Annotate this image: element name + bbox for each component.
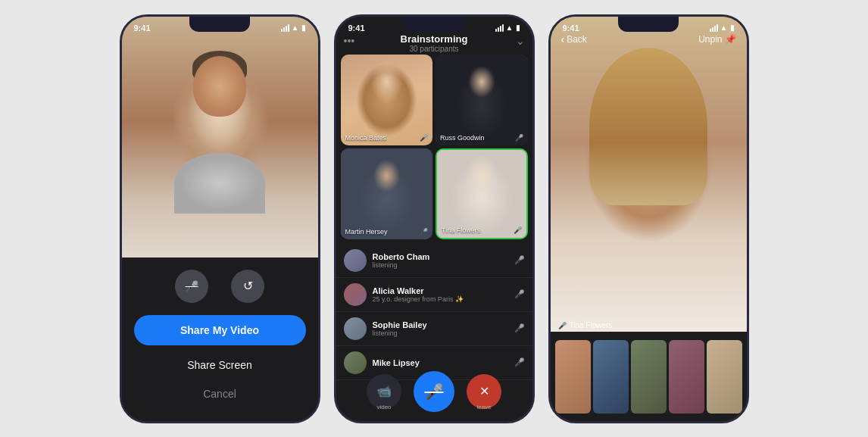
phone1-bottom: 🎤 ↺ Share My Video Share Screen Cancel (122, 258, 318, 421)
person-head (193, 56, 246, 117)
time-3: 9:41 (563, 23, 579, 33)
status-icons-1: ▲ ▮ (281, 23, 306, 32)
participants-list: Roberto Cham listening 🎤 Alicia Walker 2… (336, 244, 532, 380)
participant-roberto[interactable]: Roberto Cham listening 🎤 (336, 244, 532, 278)
video-cell-russ[interactable]: Russ Goodwin 🎤 (436, 55, 528, 145)
battery-icon: ▮ (301, 23, 306, 32)
mic-overlay-icon: 🎤 (558, 322, 567, 329)
flip-camera-button[interactable]: ↺ (231, 270, 264, 303)
signal-icon-3 (710, 24, 718, 32)
participant-status-sophie: listening (373, 329, 514, 337)
avatar-alicia (344, 283, 367, 306)
mute-icon: 🎤 (186, 280, 198, 292)
avatar-sophie (344, 317, 367, 340)
phone1-content: 🎤 ↺ Share My Video Share Screen Cancel (122, 17, 318, 421)
phone3-content: ‹ Back Unpin 📌 🎤 Tina Flowers (551, 17, 747, 421)
video-cell-monica[interactable]: Monica Bates 🎤 (341, 55, 433, 145)
participant-info-mike: Mike Lipsey (373, 358, 514, 367)
vid-name-martin: Martin Hersey (345, 228, 388, 236)
video-grid: Monica Bates 🎤 Russ Goodwin 🎤 Martin Her… (341, 55, 528, 239)
leave-container: ✕ leave (467, 374, 501, 409)
participant-alicia[interactable]: Alicia Walker 25 y.o. designer from Pari… (336, 278, 532, 312)
vid-mic-tina: 🎤 (514, 226, 522, 234)
pinned-name-overlay: 🎤 Tina Flowers (558, 321, 613, 329)
vid-mic-martin: 🎤 (420, 228, 428, 236)
signal-icon (281, 24, 289, 32)
participant-info-roberto: Roberto Cham listening (373, 252, 514, 269)
mute-main-icon: 🎤 (425, 382, 444, 401)
video-off-icon: 📹 (376, 384, 392, 398)
battery-icon-2: ▮ (516, 23, 520, 32)
mute-button[interactable]: 🎤 (175, 270, 208, 303)
participant-info-sophie: Sophie Bailey listening (373, 320, 514, 337)
share-screen-button[interactable]: Share Screen (134, 351, 306, 379)
mic-icon-sophie: 🎤 (514, 323, 525, 333)
time-2: 9:41 (348, 23, 365, 33)
signal-icon-2 (495, 24, 504, 32)
avatar-roberto (344, 249, 367, 272)
status-icons-2: ▲ ▮ (495, 23, 520, 32)
phone-1: 9:41 ▲ ▮ 🎤 ↺ (120, 14, 320, 423)
participant-sophie[interactable]: Sophie Bailey listening 🎤 (336, 312, 532, 346)
phone3-hair (589, 48, 707, 205)
video-label: video (376, 404, 391, 410)
thumb-1[interactable] (555, 340, 591, 413)
status-bar-2: 9:41 ▲ ▮ (336, 20, 532, 36)
phone2-content: ••• Brainstorming 30 participants ⌄ Moni… (336, 17, 532, 421)
phone3-main-video (551, 17, 747, 332)
participant-info-alicia: Alicia Walker 25 y.o. designer from Pari… (373, 286, 514, 303)
status-bar-1: 9:41 ▲ ▮ (122, 20, 318, 36)
mic-icon-mike: 🎤 (514, 357, 525, 367)
thumbnail-strip (551, 340, 747, 413)
phone1-controls: 🎤 ↺ (134, 270, 306, 303)
thumb-5[interactable] (707, 340, 742, 413)
leave-icon: ✕ (479, 384, 489, 398)
vid-mic-monica: 🎤 (420, 134, 428, 142)
vid-name-russ: Russ Goodwin (440, 134, 485, 142)
wifi-icon-3: ▲ (720, 23, 728, 32)
vid-name-tina: Tina Flowers (442, 226, 480, 234)
participant-name-alicia: Alicia Walker (373, 286, 514, 295)
vid-name-monica: Monica Bates (345, 134, 387, 142)
battery-icon-3: ▮ (730, 23, 735, 32)
video-cell-martin[interactable]: Martin Hersey 🎤 (341, 148, 433, 239)
phone2-bottom-bar: 📹 video 🎤 ✕ leave (336, 371, 532, 412)
mic-icon-alicia: 🎤 (514, 289, 525, 299)
wifi-icon-2: ▲ (506, 23, 514, 32)
share-video-button[interactable]: Share My Video (134, 315, 306, 345)
video-off-container: 📹 video (367, 374, 401, 409)
flip-icon: ↺ (243, 279, 253, 293)
participants-count: 30 participants (336, 45, 532, 53)
video-cell-tina[interactable]: Tina Flowers 🎤 (436, 148, 528, 239)
thumb-2[interactable] (593, 340, 629, 413)
status-icons-3: ▲ ▮ (710, 23, 735, 32)
thumb-3[interactable] (631, 340, 667, 413)
pinned-person-name: Tina Flowers (570, 321, 613, 329)
status-bar-3: 9:41 ▲ ▮ (551, 20, 747, 36)
participant-name-mike: Mike Lipsey (373, 358, 514, 367)
participant-status-roberto: listening (373, 261, 514, 269)
phone-2: 9:41 ▲ ▮ ••• Brainstorming 30 participan… (334, 14, 535, 423)
mic-icon-roberto: 🎤 (514, 255, 525, 265)
mute-container: 🎤 (414, 371, 454, 412)
phone1-video (122, 17, 318, 279)
wifi-icon: ▲ (292, 23, 299, 32)
phone-3: 9:41 ▲ ▮ ‹ Back Unpin 📌 (548, 14, 749, 423)
mute-main-button[interactable]: 🎤 (414, 371, 454, 412)
person-body (174, 153, 265, 214)
thumb-4[interactable] (669, 340, 704, 413)
time-1: 9:41 (134, 23, 151, 33)
participant-name-roberto: Roberto Cham (373, 252, 514, 261)
cancel-button[interactable]: Cancel (134, 382, 306, 406)
leave-label: leave (476, 404, 491, 410)
vid-mic-russ: 🎤 (515, 134, 523, 142)
participant-name-sophie: Sophie Bailey (373, 320, 514, 329)
participant-status-alicia: 25 y.o. designer from Paris ✨ (373, 295, 514, 303)
